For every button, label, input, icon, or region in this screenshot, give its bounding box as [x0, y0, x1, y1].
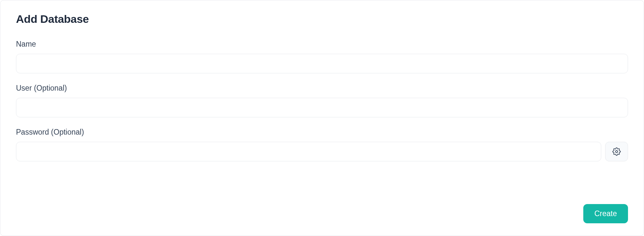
- gear-icon: [612, 147, 621, 156]
- user-input[interactable]: [16, 98, 628, 117]
- password-row: [16, 142, 628, 161]
- user-label: User (Optional): [16, 84, 628, 93]
- form-group-name: Name: [16, 40, 628, 73]
- add-database-panel: Add Database Name User (Optional) Passwo…: [0, 0, 644, 236]
- password-input[interactable]: [16, 142, 601, 161]
- password-label: Password (Optional): [16, 128, 628, 137]
- password-settings-button[interactable]: [605, 142, 628, 161]
- create-button[interactable]: Create: [583, 204, 628, 223]
- name-label: Name: [16, 40, 628, 49]
- page-title: Add Database: [16, 13, 628, 25]
- form-group-user: User (Optional): [16, 84, 628, 117]
- svg-point-0: [616, 151, 618, 153]
- form-group-password: Password (Optional): [16, 128, 628, 161]
- name-input[interactable]: [16, 54, 628, 73]
- button-row: Create: [583, 204, 628, 223]
